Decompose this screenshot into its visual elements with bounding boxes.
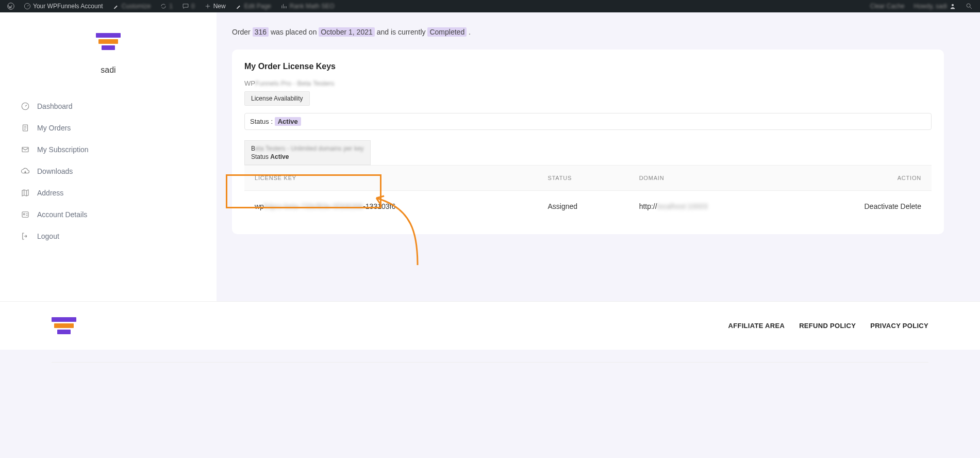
nav-label: My Orders xyxy=(37,124,71,132)
nav-dashboard[interactable]: Dashboard xyxy=(21,95,201,117)
account-sidebar: sadi Dashboard My Orders My Subscription… xyxy=(0,12,217,301)
page-container: sadi Dashboard My Orders My Subscription… xyxy=(0,12,980,301)
cell-actions: Deactivate Delete xyxy=(791,191,932,222)
svg-rect-6 xyxy=(22,148,28,152)
customize-link[interactable]: Customize xyxy=(109,3,154,10)
license-table: LICENSE KEY STATUS DOMAIN ACTION wpfnlpr… xyxy=(244,165,932,222)
nav-address[interactable]: Address xyxy=(21,182,201,204)
svg-point-8 xyxy=(23,214,25,215)
footer-affiliate[interactable]: AFFILIATE AREA xyxy=(728,322,785,330)
nav-label: Logout xyxy=(37,232,59,240)
plan-box: Beta Testers - Unlimited domains per key… xyxy=(244,140,371,165)
cell-license-key: wpfnlpro-beta-733cf83e-5f306398-133103f6 xyxy=(244,191,538,222)
nav-downloads[interactable]: Downloads xyxy=(21,160,201,182)
wordpress-icon xyxy=(7,3,14,10)
new-link[interactable]: New xyxy=(201,3,229,10)
footer-logo xyxy=(52,317,76,334)
plan-status: Active xyxy=(270,153,289,160)
svg-point-2 xyxy=(952,4,954,6)
main-content: Order 316 was placed on October 1, 2021 … xyxy=(217,12,980,301)
logout-icon xyxy=(21,232,30,241)
brush-icon xyxy=(112,3,120,10)
avatar-icon xyxy=(949,3,956,10)
site-title-link[interactable]: Your WPFunnels Account xyxy=(21,3,106,10)
cell-domain: http://localhost:10003 xyxy=(629,191,791,222)
comments-count: 0 xyxy=(191,3,195,10)
product-name: WPFunnels Pro - Beta Testers xyxy=(244,79,932,87)
nav-logout[interactable]: Logout xyxy=(21,225,201,247)
svg-rect-7 xyxy=(22,212,28,218)
nav-label: Dashboard xyxy=(37,102,73,110)
refresh-icon xyxy=(160,3,167,10)
chart-icon xyxy=(280,3,288,10)
status-value: Active xyxy=(275,117,301,126)
license-keys-card: My Order License Keys WPFunnels Pro - Be… xyxy=(232,50,944,234)
admin-bar-left: Your WPFunnels Account Customize 1 0 New… xyxy=(4,3,337,10)
footer-privacy[interactable]: PRIVACY POLICY xyxy=(870,322,928,330)
dashboard-icon xyxy=(24,3,31,10)
cell-status: Assigned xyxy=(538,191,629,222)
license-availability-button[interactable]: License Availability xyxy=(244,91,310,106)
howdy-text: Howdy, sadi xyxy=(914,3,947,10)
pencil-icon xyxy=(235,3,242,10)
user-name: sadi xyxy=(101,66,115,75)
license-row: wpfnlpro-beta-733cf83e-5f306398-133103f6… xyxy=(244,191,932,222)
comment-icon xyxy=(182,3,189,10)
howdy-link[interactable]: Howdy, sadi xyxy=(911,3,959,10)
th-action: ACTION xyxy=(791,166,932,191)
footer-divider xyxy=(52,362,928,363)
status-label: Status : xyxy=(250,118,275,125)
plus-icon xyxy=(204,3,211,10)
site-title-text: Your WPFunnels Account xyxy=(33,3,103,10)
id-card-icon xyxy=(21,210,30,219)
updates-count: 1 xyxy=(169,3,173,10)
order-summary-line: Order 316 was placed on October 1, 2021 … xyxy=(232,28,944,36)
svg-point-3 xyxy=(967,4,970,7)
account-nav: Dashboard My Orders My Subscription Down… xyxy=(0,95,217,247)
nav-my-subscription[interactable]: My Subscription xyxy=(21,139,201,160)
rankmath-link[interactable]: Rank Math SEO xyxy=(277,3,338,10)
footer-refund[interactable]: REFUND POLICY xyxy=(799,322,856,330)
new-text: New xyxy=(213,3,226,10)
order-status: Completed xyxy=(427,27,467,37)
document-icon xyxy=(21,123,30,133)
gauge-icon xyxy=(21,102,30,111)
updates-link[interactable]: 1 xyxy=(157,3,176,10)
rankmath-text: Rank Math SEO xyxy=(290,3,335,10)
th-domain: DOMAIN xyxy=(629,166,791,191)
edit-page-link[interactable]: Edit Page xyxy=(232,3,274,10)
th-status: STATUS xyxy=(538,166,629,191)
footer-links: AFFILIATE AREA REFUND POLICY PRIVACY POL… xyxy=(728,322,928,330)
nav-label: Address xyxy=(37,189,63,197)
search-icon xyxy=(966,3,973,10)
card-title: My Order License Keys xyxy=(244,62,932,71)
wp-logo[interactable] xyxy=(4,3,18,10)
nav-account-details[interactable]: Account Details xyxy=(21,204,201,225)
edit-page-text: Edit Page xyxy=(244,3,271,10)
wpfunnels-logo xyxy=(96,33,121,50)
order-date: October 1, 2021 xyxy=(319,27,374,37)
clear-cache-link[interactable]: Clear Cache xyxy=(867,3,908,10)
deactivate-link[interactable]: Deactivate xyxy=(864,202,898,210)
th-license-key: LICENSE KEY xyxy=(244,166,538,191)
delete-link[interactable]: Delete xyxy=(901,202,921,210)
map-icon xyxy=(21,188,30,198)
nav-label: My Subscription xyxy=(37,145,89,154)
envelope-icon xyxy=(21,145,30,154)
cloud-download-icon xyxy=(21,167,30,176)
nav-label: Account Details xyxy=(37,210,87,219)
admin-bar-right: Clear Cache Howdy, sadi xyxy=(867,3,976,10)
status-bar: Status : Active xyxy=(244,113,932,130)
nav-my-orders[interactable]: My Orders xyxy=(21,117,201,139)
nav-label: Downloads xyxy=(37,167,73,175)
order-number: 316 xyxy=(253,27,269,37)
site-footer: AFFILIATE AREA REFUND POLICY PRIVACY POL… xyxy=(0,301,980,350)
comments-link[interactable]: 0 xyxy=(179,3,198,10)
wp-admin-bar: Your WPFunnels Account Customize 1 0 New… xyxy=(0,0,980,12)
customize-text: Customize xyxy=(122,3,151,10)
search-link[interactable] xyxy=(962,3,976,10)
